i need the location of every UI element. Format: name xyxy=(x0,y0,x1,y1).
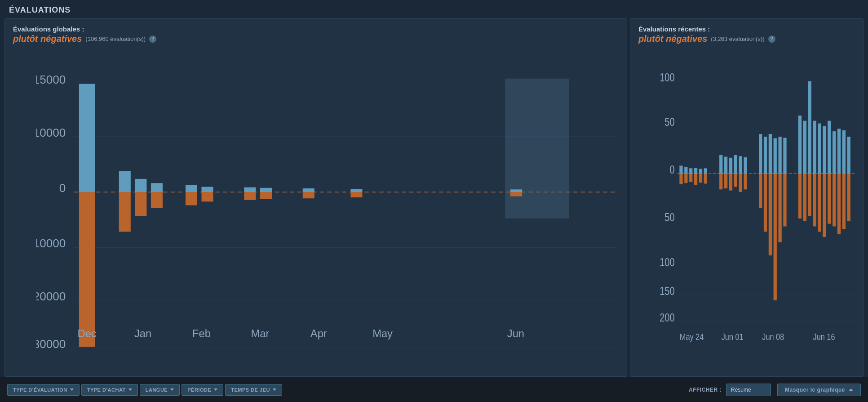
svg-rect-72 xyxy=(724,156,727,174)
svg-rect-115 xyxy=(847,174,850,221)
svg-rect-92 xyxy=(783,138,786,174)
svg-text:Jun 01: Jun 01 xyxy=(722,331,744,342)
temps-de-jeu-button[interactable]: TEMPS DE JEU xyxy=(225,384,282,396)
right-header-label: Évaluations récentes : xyxy=(638,25,855,33)
svg-rect-104 xyxy=(823,126,826,174)
svg-rect-74 xyxy=(729,158,732,174)
svg-text:100: 100 xyxy=(660,71,674,84)
svg-rect-94 xyxy=(798,116,802,174)
svg-rect-16 xyxy=(119,171,131,192)
svg-rect-90 xyxy=(779,137,782,174)
svg-rect-18 xyxy=(135,179,146,192)
svg-rect-66 xyxy=(699,169,702,174)
svg-rect-59 xyxy=(679,174,682,184)
svg-rect-69 xyxy=(704,174,707,183)
svg-rect-76 xyxy=(734,155,737,174)
afficher-select-wrapper: Résumé Détail xyxy=(726,384,771,396)
svg-rect-78 xyxy=(739,156,742,174)
svg-rect-109 xyxy=(833,174,836,226)
svg-rect-111 xyxy=(837,174,841,234)
svg-rect-61 xyxy=(684,174,687,183)
svg-rect-80 xyxy=(744,157,747,174)
right-help-icon[interactable]: ? xyxy=(768,36,775,43)
chevron-up-icon xyxy=(849,389,853,391)
svg-rect-29 xyxy=(260,192,272,199)
svg-rect-93 xyxy=(783,174,786,226)
svg-rect-83 xyxy=(759,174,762,208)
afficher-label: AFFICHER : xyxy=(689,387,722,393)
svg-rect-102 xyxy=(818,124,821,174)
svg-rect-67 xyxy=(699,174,702,183)
svg-text:0: 0 xyxy=(59,182,66,194)
page-container: ÉVALUATIONS Évaluations globales : plutô… xyxy=(0,0,868,402)
svg-rect-75 xyxy=(729,174,732,191)
langue-button[interactable]: LANGUE xyxy=(140,384,180,396)
svg-rect-32 xyxy=(350,189,362,192)
svg-rect-30 xyxy=(303,188,314,192)
svg-rect-101 xyxy=(813,174,816,226)
svg-rect-98 xyxy=(808,81,811,174)
left-header-label: Évaluations globales : xyxy=(13,25,619,33)
left-chart-svg: 15000 10000 0 10000 20000 30000 xyxy=(36,52,622,358)
left-help-icon[interactable]: ? xyxy=(149,36,156,43)
charts-row: Évaluations globales : plutôt négatives … xyxy=(0,18,868,377)
left-header-value: plutôt négatives (106,960 évaluation(s))… xyxy=(13,34,619,44)
svg-rect-113 xyxy=(842,174,846,229)
svg-rect-33 xyxy=(350,192,362,197)
svg-rect-84 xyxy=(764,137,767,174)
svg-text:Mar: Mar xyxy=(251,328,269,339)
masquer-label: Masquer le graphique xyxy=(785,387,845,393)
svg-rect-87 xyxy=(769,174,772,255)
chevron-down-icon-3 xyxy=(170,389,174,391)
svg-rect-14 xyxy=(79,192,95,347)
svg-rect-63 xyxy=(689,174,692,182)
svg-rect-114 xyxy=(847,137,850,174)
right-chart-panel: Évaluations récentes : plutôt négatives … xyxy=(630,18,864,377)
svg-text:10000: 10000 xyxy=(36,126,66,139)
svg-text:100: 100 xyxy=(660,255,674,268)
type-evaluation-label: TYPE D'ÉVALUATION xyxy=(13,387,67,393)
svg-rect-27 xyxy=(244,192,256,200)
svg-rect-23 xyxy=(186,192,197,205)
page-title: ÉVALUATIONS xyxy=(0,0,868,18)
svg-rect-31 xyxy=(303,192,314,198)
svg-rect-105 xyxy=(823,174,826,237)
type-achat-button[interactable]: TYPE D'ACHAT xyxy=(81,384,138,396)
svg-rect-103 xyxy=(818,174,821,232)
masquer-graphique-button[interactable]: Masquer le graphique xyxy=(777,384,861,396)
type-evaluation-button[interactable]: TYPE D'ÉVALUATION xyxy=(7,384,80,396)
svg-rect-82 xyxy=(759,134,762,174)
svg-text:Jan: Jan xyxy=(134,328,151,339)
svg-rect-108 xyxy=(833,131,836,174)
periode-button[interactable]: PÉRIODE xyxy=(182,384,223,396)
left-eval-count: (106,960 évaluation(s)) xyxy=(85,36,146,42)
right-sentiment: plutôt négatives xyxy=(638,34,707,44)
svg-rect-34 xyxy=(510,189,522,192)
svg-rect-58 xyxy=(679,165,682,174)
svg-rect-88 xyxy=(774,138,777,174)
svg-rect-73 xyxy=(724,174,727,188)
svg-rect-106 xyxy=(828,121,831,174)
svg-text:50: 50 xyxy=(664,116,674,129)
afficher-select[interactable]: Résumé Détail xyxy=(726,384,771,396)
svg-rect-79 xyxy=(739,174,742,192)
svg-rect-12 xyxy=(505,79,569,192)
chevron-down-icon-4 xyxy=(214,389,217,391)
right-chart-header: Évaluations récentes : plutôt négatives … xyxy=(630,19,863,49)
svg-rect-107 xyxy=(828,174,831,224)
toolbar: TYPE D'ÉVALUATION TYPE D'ACHAT LANGUE PÉ… xyxy=(0,377,868,402)
temps-de-jeu-label: TEMPS DE JEU xyxy=(231,387,270,393)
svg-text:May: May xyxy=(372,328,393,339)
svg-rect-91 xyxy=(779,174,782,242)
svg-text:Jun 08: Jun 08 xyxy=(762,331,784,342)
svg-text:Dec: Dec xyxy=(78,328,97,339)
svg-rect-85 xyxy=(764,174,767,232)
svg-text:Jun: Jun xyxy=(507,328,524,339)
svg-rect-77 xyxy=(734,174,737,187)
svg-rect-70 xyxy=(719,155,722,174)
svg-text:May 24: May 24 xyxy=(680,331,704,342)
svg-rect-25 xyxy=(201,192,213,201)
svg-rect-97 xyxy=(803,174,806,221)
svg-rect-65 xyxy=(694,174,697,185)
left-chart-body: 15000 10000 0 10000 20000 30000 xyxy=(5,49,627,376)
